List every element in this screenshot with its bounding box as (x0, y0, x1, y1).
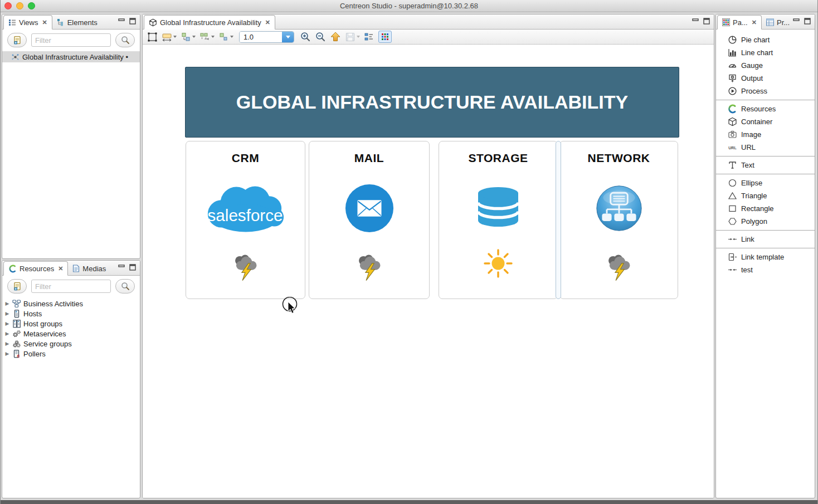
tree-item-business-activities[interactable]: ▶ Business Activities (4, 299, 140, 309)
tree-item-service-groups[interactable]: ▶ Service groups (4, 339, 140, 349)
palette-item-label: Process (741, 87, 767, 95)
tab-medias[interactable]: Medias (68, 261, 110, 276)
zoom-dropdown-button[interactable] (282, 32, 294, 42)
pollers-icon: c (12, 350, 21, 358)
chevron-down-icon[interactable] (230, 36, 233, 38)
storm-cloud-icon (356, 253, 383, 282)
tree-item-metaservices[interactable]: ▶ Metaservices (4, 329, 140, 339)
chevron-down-icon[interactable] (192, 36, 196, 38)
close-icon[interactable]: ✕ (264, 19, 270, 26)
palette-item-triangle[interactable]: Triangle (716, 189, 815, 202)
go-up-button[interactable] (330, 31, 341, 42)
diagram-canvas[interactable]: GLOBAL INFRASTRUCTURE AVAILABILITY CRM (143, 45, 714, 498)
distribute-tool-button[interactable] (181, 32, 196, 42)
maximize-panel-icon[interactable] (804, 18, 811, 25)
palette-item-line-chart[interactable]: Line chart (716, 46, 815, 59)
zoom-in-button[interactable] (300, 31, 311, 42)
text-icon (728, 160, 737, 170)
palette-item-polygon[interactable]: Polygon (716, 215, 815, 228)
card-mail[interactable]: MAIL (309, 141, 430, 299)
card-network[interactable]: NETWORK (559, 141, 678, 299)
zoom-window-button[interactable] (28, 2, 35, 9)
tree-item-pollers[interactable]: ▶ c Pollers (4, 349, 140, 359)
new-resource-button[interactable] (7, 279, 27, 293)
properties-table-icon (766, 18, 774, 26)
palette-item-pie-chart[interactable]: Pie chart (716, 33, 815, 46)
palette-item-label: Gauge (741, 61, 763, 70)
maximize-panel-icon[interactable] (129, 264, 137, 271)
svg-text:salesforce: salesforce (207, 206, 283, 224)
palette-item-label: Output (741, 74, 763, 82)
chevron-down-icon[interactable] (211, 36, 215, 38)
zoom-out-button[interactable] (315, 31, 326, 42)
chevron-down-icon[interactable] (173, 36, 177, 38)
editor-tab[interactable]: Global Infrastructure Availability ✕ (144, 15, 275, 30)
spacing-tool-button[interactable] (199, 32, 215, 42)
palette-item-resources[interactable]: Resources (716, 102, 815, 115)
new-document-icon (13, 36, 22, 45)
svg-text:URL: URL (728, 146, 737, 150)
resources-search-button[interactable] (115, 279, 135, 293)
new-view-button[interactable] (7, 33, 27, 47)
save-button[interactable] (345, 32, 360, 42)
tab-properties[interactable]: Pr... (762, 15, 794, 30)
maximize-panel-icon[interactable] (129, 18, 137, 25)
tab-resources[interactable]: Resources ✕ (3, 261, 68, 276)
palette-item-label: Polygon (741, 217, 767, 226)
tree-item-hosts[interactable]: ▶ Hosts (4, 309, 140, 319)
expand-arrow-icon[interactable]: ▶ (4, 351, 10, 356)
palette-item-text[interactable]: Text (716, 159, 815, 172)
expand-arrow-icon[interactable]: ▶ (4, 331, 10, 336)
minimize-panel-icon[interactable] (118, 18, 125, 25)
tree-item-host-groups[interactable]: ▶ Host groups (4, 319, 140, 329)
palette-item-output[interactable]: Output (716, 72, 815, 85)
maximize-panel-icon[interactable] (703, 18, 710, 25)
close-window-button[interactable] (4, 2, 12, 9)
card-crm[interactable]: CRM salesforce (186, 141, 305, 299)
tab-views[interactable]: Views ✕ (3, 15, 52, 30)
tab-elements[interactable]: Elements (52, 15, 102, 30)
palette-item-link[interactable]: Link (716, 233, 815, 246)
match-size-tool-button[interactable] (218, 32, 233, 42)
views-filter-input[interactable] (31, 33, 111, 47)
grid-icon (381, 33, 389, 41)
expand-arrow-icon[interactable]: ▶ (4, 311, 10, 316)
close-icon[interactable]: ✕ (57, 265, 63, 272)
palette-item-rectangle[interactable]: Rectangle (716, 202, 815, 215)
divider-shape[interactable] (556, 141, 561, 299)
close-icon[interactable]: ✕ (751, 19, 757, 26)
zoom-level-select[interactable]: 1.0 (239, 31, 294, 43)
grid-view-button[interactable] (378, 31, 392, 43)
views-icon (8, 18, 16, 26)
minimize-panel-icon[interactable] (118, 264, 125, 271)
palette-item-test[interactable]: test (716, 263, 815, 276)
view-list-item[interactable]: Global Infrastructure Availability • (2, 51, 140, 62)
banner-title-block[interactable]: GLOBAL INFRASTRUCTURE AVAILABILITY (185, 67, 679, 138)
minimize-panel-icon[interactable] (793, 18, 800, 25)
palette-item-url[interactable]: URL URL (716, 141, 815, 154)
close-icon[interactable]: ✕ (41, 19, 47, 26)
centreon-logo-icon (8, 265, 17, 273)
expand-arrow-icon[interactable]: ▶ (4, 301, 10, 306)
views-search-button[interactable] (115, 33, 135, 47)
palette-item-gauge[interactable]: Gauge (716, 59, 815, 72)
palette-item-link-template[interactable]: Link template (716, 251, 815, 263)
palette-item-process[interactable]: Process (716, 85, 815, 97)
expand-arrow-icon[interactable]: ▶ (4, 341, 10, 346)
resources-filter-input[interactable] (31, 280, 111, 293)
expand-arrow-icon[interactable]: ▶ (4, 321, 10, 326)
editor-toolbar: 1.0 (143, 30, 714, 45)
tab-palette[interactable]: Pa... ✕ (717, 15, 762, 30)
minimize-window-button[interactable] (16, 2, 23, 9)
palette-item-ellipse[interactable]: Ellipse (716, 177, 815, 189)
card-storage[interactable]: STORAGE (439, 141, 558, 299)
outline-view-button[interactable] (364, 32, 374, 42)
triangle-icon (728, 191, 737, 200)
minimize-panel-icon[interactable] (692, 18, 699, 25)
palette-item-image[interactable]: Image (716, 128, 815, 141)
palette-item-container[interactable]: Container (716, 115, 815, 128)
selection-frame-button[interactable] (147, 32, 158, 42)
chevron-down-icon[interactable] (357, 36, 360, 38)
align-tool-button[interactable] (162, 32, 177, 42)
palette-item-label: test (741, 266, 753, 274)
